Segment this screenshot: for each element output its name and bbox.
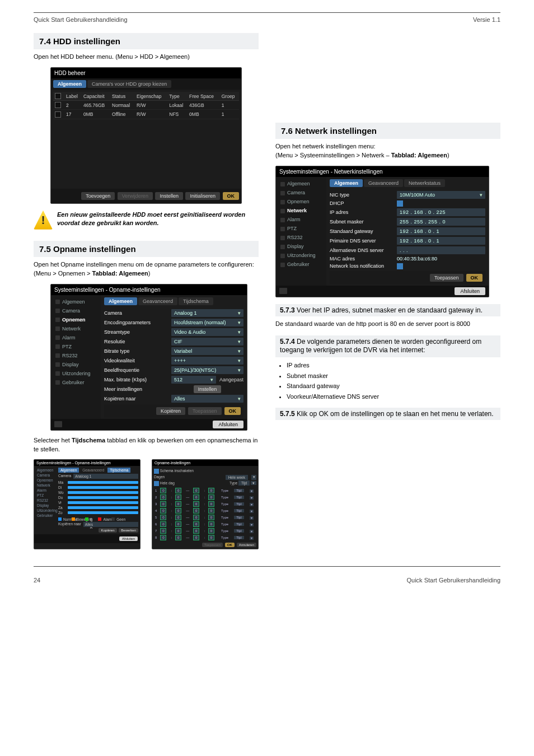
checkbox-icon[interactable]	[397, 263, 403, 269]
hdd-tab-general[interactable]: Algemeen	[53, 80, 86, 88]
list-item: Subnet masker	[287, 371, 500, 381]
setting-row: Network loss notification	[330, 263, 485, 269]
hdd-win-title: HDD beheer	[51, 68, 241, 78]
sidebar-item[interactable]: Uitzondering	[276, 251, 326, 260]
tab-advanced[interactable]: Geavanceerd	[364, 179, 403, 187]
setting-row: Videokwaliteit++++▾	[104, 357, 243, 365]
sidebar-item[interactable]: RS232	[276, 233, 326, 242]
apply-button[interactable]: Toepassen	[430, 274, 463, 282]
hdd-screenshot: HDD beheer Algemeen Camera's voor HDD gr…	[50, 67, 242, 204]
keyboard-icon[interactable]	[279, 288, 287, 294]
sidebar-item[interactable]: Algemeen	[276, 179, 326, 188]
sidebar-item[interactable]: Camera	[276, 188, 326, 197]
tab-status[interactable]: Netwerkstatus	[404, 179, 445, 187]
setting-row: NIC type10M/100M Auto▾	[330, 191, 485, 199]
ok-button[interactable]: OK	[224, 407, 241, 415]
checkbox-icon[interactable]	[55, 93, 61, 99]
sidebar-item[interactable]: Display	[51, 360, 101, 369]
net-win-title: Systeeminstellingen - Netwerkinstellinge…	[276, 166, 489, 177]
warning-text: Een nieuw geïnstalleerde HDD moet eerst …	[57, 211, 259, 227]
step-573-note: De standaard waarde van de http poort is…	[275, 320, 500, 329]
apply-button[interactable]: Toepassen	[188, 407, 222, 415]
init-button[interactable]: Initialiseren	[185, 192, 220, 200]
tab-advanced[interactable]: Geavanceerd	[138, 297, 177, 305]
schema-intro: Selecteer het Tijdschema tabblad en klik…	[34, 436, 259, 454]
list-item: IP adres	[287, 361, 500, 370]
sidebar-item[interactable]: Netwerk	[51, 324, 101, 333]
list-item: Standaard gateway	[287, 381, 500, 391]
copy-button[interactable]: Kopiëren	[156, 407, 185, 415]
add-button[interactable]: Toevoegen	[81, 192, 115, 200]
table-row: 17 0MB Offline R/W NFS 0MB 1	[53, 110, 239, 119]
step-575: 5.7.5 Klik op OK om de instellingen op t…	[275, 408, 500, 420]
setting-row: Meer instellingenInstellen	[104, 385, 243, 393]
setting-row: Beeldfrequentie25(PAL)/30(NTSC)▾	[104, 366, 243, 374]
mini-schedule-screenshot: Systeeminstellingen - Opname-instellinge…	[34, 459, 140, 549]
sidebar-item[interactable]: Opnemen	[51, 315, 101, 324]
sidebar-item[interactable]: Algemeen	[51, 297, 101, 306]
hdd-table: Label Capaciteit Status Eigenschap Type …	[53, 92, 239, 119]
sidebar-item[interactable]: Display	[276, 242, 326, 251]
section-7-4-title: 7.4 HDD instellingen	[34, 33, 259, 49]
checkbox-icon[interactable]	[55, 111, 61, 118]
header-right: Versie 1.1	[473, 16, 500, 23]
sidebar-item[interactable]: Uitzondering	[51, 369, 101, 378]
recording-screenshot: Systeeminstellingen - Opname-instellinge…	[50, 284, 247, 431]
setting-row: Standaard gateway192 . 168 . 0 . 1	[330, 227, 485, 235]
settings-button[interactable]: Instellen	[194, 385, 222, 393]
keyboard-icon[interactable]	[54, 421, 62, 427]
header-left: Quick Start Gebruikershandleiding	[34, 16, 128, 23]
ok-button[interactable]: OK	[466, 274, 483, 282]
mini-schedule-edit-screenshot: Opname-instellingen Schema inschakelen D…	[152, 459, 259, 549]
sidebar-item[interactable]: Netwerk	[276, 206, 326, 215]
sidebar-item[interactable]: Camera	[51, 306, 101, 315]
sidebar-item[interactable]: PTZ	[276, 224, 326, 233]
delete-button[interactable]: Verwijderen	[118, 192, 153, 200]
setting-row: Alternatieve DNS server. . .	[330, 246, 485, 254]
rec-win-title: Systeeminstellingen - Opname-instellinge…	[51, 284, 247, 295]
step-574: 5.7.4 De volgende parameters dienen te w…	[275, 335, 500, 357]
footer-right: Quick Start Gebruikershandleiding	[406, 577, 500, 584]
page-number: 24	[34, 577, 40, 584]
sidebar-item[interactable]: Opnemen	[276, 197, 326, 206]
setting-row: ResolutieCIF▾	[104, 338, 243, 346]
setting-row: DHCP	[330, 200, 485, 207]
setting-row: StreamtypeVideo & Audio▾	[104, 328, 243, 336]
sidebar-item[interactable]: Gebruiker	[51, 378, 101, 387]
sec-7-6-text: Open het netwerk instellingen menu: (Men…	[275, 142, 500, 160]
section-7-6-title: 7.6 Netwerk instellingen	[275, 123, 500, 139]
sidebar-item[interactable]: Alarm	[51, 333, 101, 342]
network-params-list: IP adresSubnet maskerStandaard gatewayVo…	[287, 361, 500, 401]
table-row: 2 465.76GB Normaal R/W Lokaal 436GB 1	[53, 101, 239, 110]
sidebar-item[interactable]: Alarm	[276, 215, 326, 224]
tab-general[interactable]: Algemeen	[104, 297, 137, 305]
sec-7-5-intro: Open het Opname instellingen menu om de …	[34, 260, 259, 278]
step-573: 5.7.3 Voer het IP adres, subnet masker e…	[275, 304, 500, 316]
sidebar-item[interactable]: RS232	[51, 351, 101, 360]
checkbox-icon[interactable]	[397, 200, 403, 207]
hdd-tab-group[interactable]: Camera's voor HDD groep kiezen	[87, 80, 171, 88]
checkbox-icon[interactable]	[55, 102, 61, 108]
setting-row: EncodingparametersHoofdstream (normaal)▾	[104, 319, 243, 326]
setting-row: MAC adres00:40:35:ba:c6:80	[330, 256, 485, 262]
warning-icon	[34, 211, 53, 230]
sidebar-item[interactable]: PTZ	[51, 342, 101, 351]
close-button[interactable]: Afsluiten	[455, 287, 485, 295]
tab-schedule[interactable]: Tijdschema	[179, 297, 213, 305]
sec-7-4-text: Open het HDD beheer menu. (Menu > HDD > …	[34, 53, 259, 62]
setting-row: Max. bitrate (Kbps)512▾Aangepast	[104, 376, 243, 384]
setting-row: Primaire DNS server192 . 168 . 0 . 1	[330, 237, 485, 245]
sidebar-item[interactable]: Gebruiker	[276, 260, 326, 269]
network-screenshot: Systeeminstellingen - Netwerkinstellinge…	[275, 166, 489, 297]
page-header: Quick Start Gebruikershandleiding Versie…	[34, 16, 500, 23]
setting-row: Subnet masker255 . 255 . 255 . 0	[330, 218, 485, 226]
setting-row: Bitrate typeVariabel▾	[104, 347, 243, 355]
tab-general[interactable]: Algemeen	[330, 179, 363, 187]
page-footer: 24 Quick Start Gebruikershandleiding	[34, 577, 500, 584]
set-button[interactable]: Instellen	[155, 192, 183, 200]
ok-button[interactable]: OK	[223, 192, 240, 200]
setting-row: Kopiëren naarAlles▾	[104, 395, 243, 403]
list-item: Voorkeur/Alternatieve DNS server	[287, 392, 500, 402]
close-button[interactable]: Afsluiten	[213, 421, 243, 428]
section-7-5-title: 7.5 Opname instellingen	[34, 241, 259, 257]
